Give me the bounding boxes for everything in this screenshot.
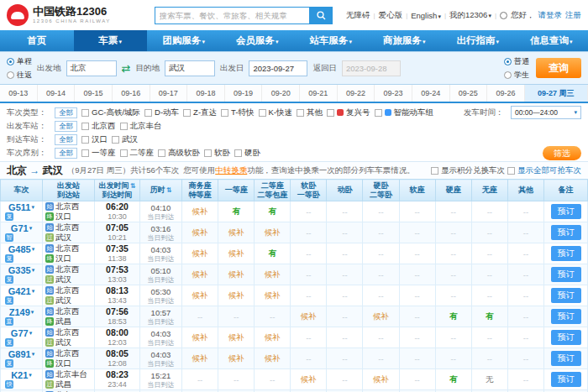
- filter-option[interactable]: 武汉: [112, 134, 138, 145]
- seat-cell[interactable]: 候补: [255, 264, 291, 285]
- depart-date-input[interactable]: 2023-09-27: [249, 60, 307, 76]
- transfer-link[interactable]: 中转换乘: [215, 165, 247, 175]
- filter-option[interactable]: 北京丰台: [120, 121, 162, 132]
- radio-option[interactable]: 单程: [7, 56, 32, 67]
- book-button[interactable]: 预订: [551, 330, 581, 345]
- filter-option[interactable]: 汉口: [81, 134, 108, 145]
- chevron-down-icon[interactable]: ▾: [29, 330, 33, 337]
- seat-cell[interactable]: 候补: [218, 327, 255, 348]
- seat-cell[interactable]: 有: [255, 201, 291, 222]
- seat-cell[interactable]: 候补: [218, 348, 255, 369]
- chevron-down-icon[interactable]: ▾: [29, 225, 33, 232]
- date-tab[interactable]: 09-17: [150, 85, 188, 102]
- date-tab[interactable]: 09-16: [113, 85, 150, 102]
- column-header[interactable]: 历时⇅: [140, 180, 182, 201]
- train-number[interactable]: G77: [11, 328, 29, 338]
- seat-cell[interactable]: 候补: [255, 327, 291, 348]
- topbar-link[interactable]: 无障碍: [346, 10, 370, 21]
- filter-all-button[interactable]: 全部: [55, 121, 77, 132]
- seat-cell[interactable]: 候补: [218, 243, 255, 264]
- seat-cell[interactable]: 候补: [255, 285, 291, 306]
- date-tab[interactable]: 09-15: [75, 85, 113, 102]
- chevron-down-icon[interactable]: ▾: [32, 351, 35, 358]
- filter-option[interactable]: GC-高铁/城际: [81, 107, 140, 118]
- seat-cell[interactable]: 候补: [182, 348, 218, 369]
- chevron-down-icon[interactable]: ▾: [32, 246, 35, 253]
- seat-cell[interactable]: 候补: [182, 327, 218, 348]
- nav-item[interactable]: 商旅服务▾: [368, 30, 442, 51]
- seat-cell[interactable]: 候补: [182, 285, 218, 306]
- nav-item[interactable]: 出行指南▾: [441, 30, 515, 51]
- date-tab[interactable]: 09-18: [187, 85, 225, 102]
- nav-item[interactable]: 会员服务▾: [221, 30, 295, 51]
- filter-option[interactable]: T-特快: [221, 107, 254, 118]
- date-tab[interactable]: 09-24: [412, 85, 450, 102]
- book-button[interactable]: 预订: [551, 351, 581, 366]
- seat-cell[interactable]: 候补: [255, 222, 291, 243]
- chevron-down-icon[interactable]: ▾: [32, 267, 35, 274]
- seat-cell[interactable]: 候补: [182, 243, 218, 264]
- filter-option[interactable]: Z-直达: [183, 107, 217, 118]
- seat-cell[interactable]: 有: [435, 306, 471, 327]
- seat-cell[interactable]: 候补: [218, 264, 255, 285]
- seat-cell[interactable]: 候补: [363, 369, 399, 390]
- from-station-input[interactable]: 北京: [66, 60, 117, 76]
- filter-option[interactable]: 其他: [297, 107, 323, 118]
- points-checkbox[interactable]: [431, 167, 438, 175]
- filter-option[interactable]: K-快速: [259, 107, 293, 118]
- filter-submit-button[interactable]: 筛选: [543, 146, 581, 160]
- filter-option[interactable]: 一等座: [81, 148, 116, 159]
- filter-option[interactable]: 复兴号: [327, 107, 370, 118]
- swap-stations-icon[interactable]: ⇄: [122, 63, 131, 74]
- seat-cell[interactable]: 候补: [255, 348, 291, 369]
- date-tab[interactable]: 09-21: [300, 85, 338, 102]
- date-tab[interactable]: 09-25: [450, 85, 488, 102]
- nav-item[interactable]: 首页: [0, 30, 74, 51]
- train-number[interactable]: G485: [8, 244, 31, 254]
- radio-option[interactable]: 普通: [504, 56, 529, 67]
- seat-cell[interactable]: 候补: [291, 369, 327, 390]
- radio-option[interactable]: 学生: [504, 70, 529, 81]
- date-tab[interactable]: 09-14: [38, 85, 76, 102]
- nav-item[interactable]: 信息查询▾: [515, 30, 588, 51]
- train-number[interactable]: G421: [8, 286, 31, 296]
- filter-all-button[interactable]: 全部: [55, 107, 77, 118]
- date-tab-active[interactable]: 09-27 周三: [525, 85, 588, 102]
- date-tab[interactable]: 09-26: [487, 85, 525, 102]
- query-button[interactable]: 查询: [536, 58, 581, 78]
- book-button[interactable]: 预订: [551, 309, 581, 324]
- topbar-link[interactable]: English▾: [411, 11, 441, 20]
- seat-cell[interactable]: 候补: [291, 306, 327, 327]
- train-number[interactable]: G511: [8, 202, 30, 212]
- book-button[interactable]: 预订: [551, 267, 581, 282]
- login-link[interactable]: 请登录: [538, 10, 563, 21]
- train-number[interactable]: G335: [8, 265, 31, 275]
- to-station-input[interactable]: 武汉: [165, 60, 215, 76]
- book-button[interactable]: 预订: [551, 204, 581, 219]
- topbar-link[interactable]: 爱心版: [379, 10, 403, 21]
- nav-item[interactable]: 团购服务▾: [147, 30, 221, 51]
- train-number[interactable]: G891: [8, 349, 31, 359]
- column-header[interactable]: 出发时间⇅到达时间: [95, 180, 140, 201]
- seat-cell[interactable]: 有: [218, 201, 255, 222]
- train-number[interactable]: G71: [11, 223, 29, 233]
- filter-option[interactable]: 硬卧: [234, 148, 260, 159]
- nav-item[interactable]: 站车服务▾: [294, 30, 368, 51]
- seat-cell[interactable]: 候补: [218, 222, 255, 243]
- chevron-down-icon[interactable]: ▾: [32, 288, 35, 295]
- seat-cell[interactable]: 有: [471, 306, 507, 327]
- filter-option[interactable]: D-动车: [144, 107, 179, 118]
- grab-checkbox[interactable]: [507, 167, 515, 175]
- filter-option[interactable]: 北京西: [81, 121, 116, 132]
- site-logo[interactable]: 中国铁路12306 12306 CHINA RAILWAY: [7, 4, 111, 26]
- filter-option[interactable]: 智能动车组: [375, 107, 434, 118]
- seat-cell[interactable]: 候补: [182, 222, 218, 243]
- topbar-link[interactable]: 我的12306▾: [449, 10, 491, 21]
- seat-cell[interactable]: 候补: [363, 306, 399, 327]
- radio-option[interactable]: 往返: [7, 70, 32, 81]
- seat-cell[interactable]: 有: [255, 243, 291, 264]
- sort-icon[interactable]: ⇅: [130, 182, 136, 190]
- date-tab[interactable]: 09-20: [262, 85, 300, 102]
- seat-cell[interactable]: 候补: [218, 285, 255, 306]
- depart-time-select[interactable]: 00:00—24:00▾: [511, 106, 581, 119]
